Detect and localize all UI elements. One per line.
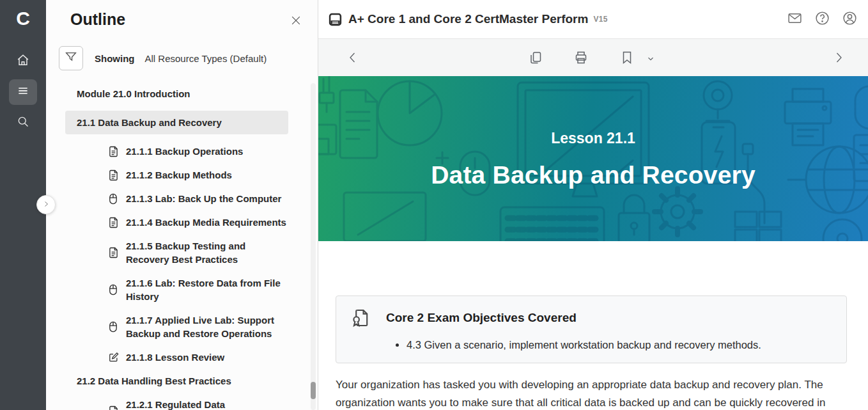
outline-item[interactable]: 21.1.3 Lab: Back Up the Computer (109, 192, 288, 205)
account-icon (842, 10, 858, 29)
lesson-paragraph: Your organization has tasked you with de… (336, 376, 839, 410)
search-button[interactable] (9, 110, 37, 136)
course-book-icon (329, 13, 342, 26)
chevron-left-icon (345, 50, 360, 68)
outline-item-label: 21.1.1 Backup Operations (126, 145, 243, 158)
certificate-icon (350, 307, 372, 329)
course-title: A+ Core 1 and Core 2 CertMaster Perform (348, 12, 588, 26)
home-icon (16, 53, 30, 70)
objectives-list: 4.3 Given a scenario, implement workstat… (349, 338, 833, 352)
outline-item-label: 21.1.6 Lab: Restore Data from File Histo… (126, 276, 287, 303)
filter-funnel-icon (64, 50, 78, 67)
outline-item[interactable]: 21.2.1 Regulated Data Classification (109, 398, 288, 410)
outline-menu-button[interactable] (9, 79, 37, 105)
filter-value: All Resource Types (Default) (145, 53, 267, 64)
copy-icon (528, 50, 543, 68)
document-icon (109, 217, 119, 228)
outline-item[interactable]: Module 21.0 Introduction (77, 87, 288, 100)
outline-item-label: 21.1.7 Applied Live Lab: Support Backup … (126, 313, 287, 340)
panel-collapse-button[interactable] (36, 195, 56, 214)
bookmark-dropdown-button[interactable] (646, 54, 655, 66)
exam-objectives-box: Core 2 Exam Objectives Covered 4.3 Given… (336, 296, 847, 363)
outline-item-label: 21.1.8 Lesson Review (126, 351, 224, 364)
chevron-right-icon (42, 199, 50, 210)
filter-button[interactable] (59, 46, 83, 70)
lesson-content: Core 2 Exam Objectives Covered 4.3 Given… (318, 296, 868, 410)
outline-item[interactable]: 21.1.8 Lesson Review (109, 351, 288, 364)
search-icon (17, 115, 29, 130)
copy-button[interactable] (528, 50, 543, 68)
outline-item[interactable]: 21.1.1 Backup Operations (109, 145, 288, 158)
outline-item[interactable]: 21.1.5 Backup Testing and Recovery Best … (109, 239, 288, 266)
bookmark-icon (619, 50, 635, 68)
help-button[interactable] (814, 10, 830, 29)
next-page-button[interactable] (831, 50, 846, 68)
document-icon (109, 406, 119, 410)
objectives-title: Core 2 Exam Objectives Covered (386, 311, 577, 325)
print-icon (573, 50, 589, 68)
outline-item-label: 21.1.4 Backup Media Requirements (126, 216, 286, 229)
outline-item-label: 21.1 Data Backup and Recovery (77, 116, 222, 129)
outline-item-label: 21.2 Data Handling Best Practices (77, 374, 231, 388)
document-icon (109, 170, 119, 181)
course-version-badge: V15 (593, 15, 607, 24)
close-icon (290, 18, 302, 29)
hero-lesson-title: Data Backup and Recovery (431, 161, 756, 189)
outline-item-selected[interactable]: 21.1 Data Backup and Recovery (65, 111, 288, 134)
lesson-toolbar (318, 39, 868, 76)
outline-item[interactable]: 21.1.4 Backup Media Requirements (109, 216, 288, 229)
outline-list: Module 21.0 Introduction21.1 Data Backup… (46, 87, 318, 410)
outline-panel: Outline Showing All Resource Types (Defa… (46, 0, 318, 410)
outline-item[interactable]: 21.1.2 Backup Methods (109, 168, 288, 182)
chevron-down-icon (646, 54, 655, 66)
menu-icon (17, 84, 29, 100)
outline-item-label: 21.2.1 Regulated Data Classification (126, 398, 287, 410)
hero-lesson-number: Lesson 21.1 (551, 130, 635, 147)
account-button[interactable] (842, 10, 858, 29)
outline-title: Outline (70, 10, 125, 29)
bookmark-button[interactable] (619, 50, 635, 68)
outline-item[interactable]: 21.2 Data Handling Best Practices (77, 374, 288, 388)
mail-button[interactable] (787, 10, 803, 29)
help-icon (814, 10, 830, 29)
lab-mouse-icon (109, 193, 119, 205)
lab-mouse-icon (109, 321, 119, 333)
print-button[interactable] (573, 50, 589, 68)
document-icon (109, 146, 119, 157)
app-root: C Outline (0, 0, 868, 410)
lesson-hero-banner: Lesson 21.1 Data Backup and Recovery (318, 76, 868, 241)
outline-close-button[interactable] (290, 14, 302, 29)
comptia-logo[interactable]: C (0, 0, 46, 37)
previous-page-button[interactable] (345, 50, 360, 68)
outline-item-label: 21.1.5 Backup Testing and Recovery Best … (126, 239, 287, 266)
outline-item-label: 21.1.2 Backup Methods (126, 168, 232, 182)
chevron-right-icon (831, 50, 846, 68)
main-area: A+ Core 1 and Core 2 CertMaster Perform … (318, 0, 868, 410)
filter-showing-label: Showing (95, 53, 135, 64)
mail-icon (787, 10, 803, 29)
pencil-icon (109, 352, 119, 363)
objective-bullet: 4.3 Given a scenario, implement workstat… (407, 338, 833, 352)
home-button[interactable] (9, 49, 37, 74)
outline-item[interactable]: 21.1.6 Lab: Restore Data from File Histo… (109, 276, 288, 303)
lab-mouse-icon (109, 284, 119, 296)
document-icon (109, 247, 119, 258)
outline-item[interactable]: 21.1.7 Applied Live Lab: Support Backup … (109, 313, 288, 340)
outline-scrollbar-thumb[interactable] (311, 382, 316, 399)
outline-scrollbar-track[interactable] (311, 83, 316, 410)
outline-item-label: Module 21.0 Introduction (77, 87, 190, 100)
course-header: A+ Core 1 and Core 2 CertMaster Perform … (318, 0, 868, 39)
outline-item-label: 21.1.3 Lab: Back Up the Computer (126, 192, 281, 205)
filter-row: Showing All Resource Types (Default) (59, 46, 318, 70)
